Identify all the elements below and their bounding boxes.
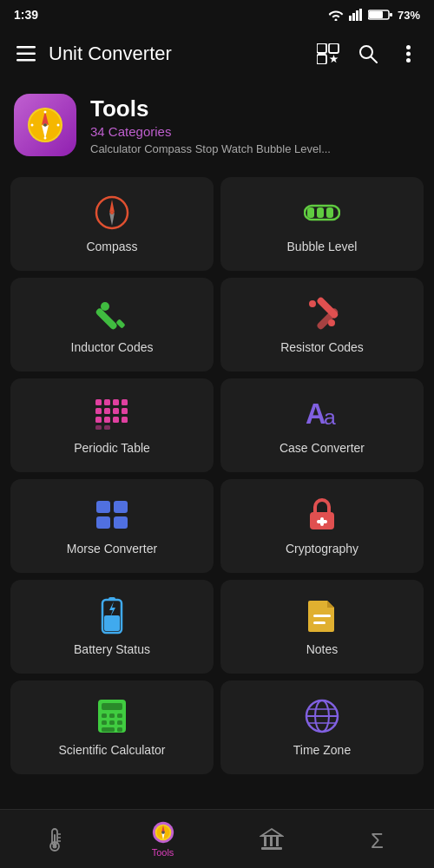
section-title: Tools <box>90 95 331 122</box>
sigma-nav-icon: Σ <box>368 827 392 852</box>
svg-point-99 <box>161 831 165 834</box>
svg-marker-100 <box>261 829 282 836</box>
svg-rect-49 <box>113 408 119 414</box>
svg-rect-44 <box>104 399 110 405</box>
battery-icon <box>368 9 392 21</box>
notes-item[interactable]: Notes <box>220 580 424 674</box>
svg-rect-38 <box>115 319 125 328</box>
svg-rect-101 <box>264 837 266 846</box>
inductor-codes-item[interactable]: Inductor Codes <box>10 278 214 372</box>
morse-converter-icon <box>94 496 130 533</box>
svg-marker-68 <box>109 602 115 617</box>
grid-star-button[interactable] <box>316 42 340 66</box>
svg-point-16 <box>406 45 411 49</box>
periodic-table-item[interactable]: Periodic Table <box>10 378 214 472</box>
svg-point-42 <box>328 319 335 326</box>
svg-rect-76 <box>117 713 122 718</box>
tools-grid: Compass Bubble Level Inductor Codes <box>0 170 434 781</box>
svg-rect-9 <box>16 59 36 62</box>
cryptography-label: Cryptography <box>286 542 358 556</box>
case-converter-label: Case Converter <box>279 441 365 455</box>
nav-sigma[interactable]: Σ <box>368 827 392 852</box>
bubble-level-icon <box>304 194 340 231</box>
section-subtitle: Calculator Compass Stop Watch Bubble Lev… <box>90 142 331 155</box>
svg-text:A: A <box>306 398 326 430</box>
svg-rect-53 <box>113 417 119 423</box>
svg-point-17 <box>406 52 411 56</box>
svg-rect-47 <box>95 408 102 414</box>
svg-rect-48 <box>104 408 110 414</box>
scientific-calculator-label: Scientific Calculator <box>59 743 166 757</box>
section-header: Tools 34 Categories Calculator Compass S… <box>0 80 434 170</box>
cryptography-icon <box>304 496 340 533</box>
svg-rect-67 <box>104 615 120 631</box>
svg-rect-43 <box>95 399 102 405</box>
bubble-level-label: Bubble Level <box>287 240 358 253</box>
svg-point-90 <box>52 844 56 848</box>
search-button[interactable] <box>356 42 380 66</box>
svg-point-26 <box>31 124 34 127</box>
svg-point-41 <box>309 300 316 307</box>
svg-rect-1 <box>352 13 355 21</box>
svg-rect-45 <box>113 399 119 405</box>
battery-status-item[interactable]: Battery Status <box>10 580 214 674</box>
morse-converter-item[interactable]: Morse Converter <box>10 479 214 573</box>
svg-point-25 <box>44 137 47 140</box>
case-converter-item[interactable]: A a Case Converter <box>220 378 424 472</box>
resistor-codes-item[interactable]: Resistor Codes <box>220 278 424 372</box>
svg-rect-3 <box>359 9 362 21</box>
time-zone-item[interactable]: Time Zone <box>220 681 424 774</box>
inductor-codes-icon <box>94 295 130 332</box>
status-right: 73% <box>328 9 420 22</box>
svg-rect-51 <box>95 417 102 423</box>
svg-rect-35 <box>326 207 333 218</box>
svg-rect-54 <box>122 417 128 423</box>
top-bar: Unit Converter <box>0 28 434 80</box>
bank-nav-icon <box>260 827 284 852</box>
bubble-level-item[interactable]: Bubble Level <box>220 177 424 271</box>
svg-rect-73 <box>102 703 122 710</box>
svg-marker-29 <box>109 200 115 213</box>
section-icon <box>14 94 76 156</box>
battery-status-label: Battery Status <box>74 642 150 656</box>
nav-tools[interactable]: Tools <box>151 820 175 858</box>
svg-rect-7 <box>16 46 36 49</box>
svg-rect-70 <box>313 615 331 617</box>
periodic-table-label: Periodic Table <box>74 441 150 455</box>
inductor-codes-label: Inductor Codes <box>71 340 154 354</box>
top-bar-actions <box>316 42 420 66</box>
svg-rect-11 <box>329 43 339 53</box>
svg-rect-33 <box>307 207 314 218</box>
periodic-table-icon <box>94 396 130 432</box>
section-categories: 34 Categories <box>90 124 331 139</box>
svg-rect-79 <box>117 720 122 725</box>
svg-point-27 <box>57 124 60 127</box>
svg-rect-12 <box>317 55 326 64</box>
svg-rect-75 <box>109 713 115 718</box>
tools-nav-icon <box>151 820 175 845</box>
hamburger-menu-button[interactable] <box>14 42 38 66</box>
compass-label: Compass <box>86 240 137 253</box>
svg-rect-71 <box>313 621 326 624</box>
signal-icon <box>349 9 363 21</box>
nav-tools-label: Tools <box>152 847 174 858</box>
cryptography-item[interactable]: Cryptography <box>220 479 424 573</box>
svg-line-15 <box>372 57 378 63</box>
svg-text:a: a <box>324 405 336 429</box>
scientific-calculator-item[interactable]: Scientific Calculator <box>10 681 214 774</box>
thermometer-nav-icon <box>43 827 67 852</box>
more-options-button[interactable] <box>396 42 420 66</box>
notes-icon <box>304 597 340 634</box>
nav-bank[interactable] <box>260 827 284 852</box>
case-converter-icon: A a <box>304 396 340 432</box>
svg-rect-65 <box>317 520 327 523</box>
notes-label: Notes <box>306 642 339 656</box>
svg-point-24 <box>44 111 47 114</box>
resistor-codes-icon <box>304 295 340 332</box>
svg-point-31 <box>110 211 114 214</box>
svg-rect-52 <box>104 417 110 423</box>
svg-marker-30 <box>109 213 115 226</box>
svg-rect-60 <box>114 501 128 513</box>
compass-item[interactable]: Compass <box>10 177 214 271</box>
nav-thermometer[interactable] <box>43 827 67 852</box>
